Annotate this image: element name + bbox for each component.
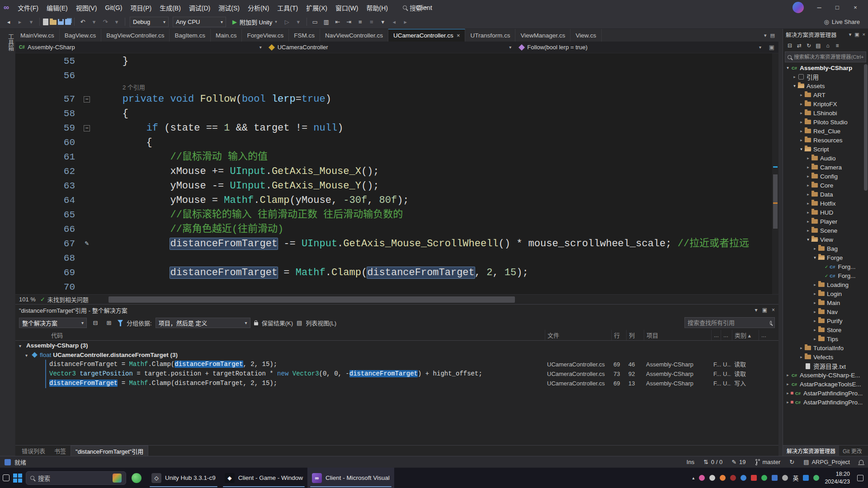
- tray-app-6[interactable]: [751, 475, 757, 481]
- chevron-collapsed-icon[interactable]: ▸: [805, 183, 811, 188]
- tray-app-3[interactable]: [720, 475, 726, 481]
- chevron-collapsed-icon[interactable]: ▸: [798, 111, 804, 115]
- chevron-collapsed-icon[interactable]: ▸: [812, 319, 818, 323]
- start-button[interactable]: [13, 474, 22, 483]
- tab-ViewManager.cs[interactable]: ViewManager.cs: [515, 29, 571, 42]
- chevron-collapsed-icon[interactable]: ▸: [805, 192, 811, 197]
- chevron-collapsed-icon[interactable]: ▸: [785, 391, 791, 395]
- home-icon[interactable]: ⌂: [824, 42, 832, 50]
- scrollbar-thumb[interactable]: [108, 296, 515, 303]
- nav-back-icon[interactable]: ◂: [4, 17, 14, 27]
- tab-options-icon[interactable]: ▤: [770, 33, 775, 38]
- tree-item-Purify[interactable]: ▸Purify: [783, 316, 868, 325]
- chevron-collapsed-icon[interactable]: ▸: [792, 75, 797, 79]
- column-header-列[interactable]: 列: [626, 330, 635, 340]
- chevron-collapsed-icon[interactable]: ▸: [805, 219, 811, 224]
- find-results-search-input[interactable]: [688, 319, 767, 326]
- next-bookmark-icon[interactable]: ▸: [401, 17, 410, 27]
- tree-item-Main[interactable]: ▸Main: [783, 298, 868, 307]
- column-header-...[interactable]: ...: [721, 330, 728, 340]
- status-item-pending-edits[interactable]: ✎19: [731, 459, 745, 465]
- code-line-70[interactable]: 70: [15, 280, 778, 294]
- close-icon[interactable]: ×: [772, 307, 775, 313]
- solution-explorer-search[interactable]: [785, 52, 866, 62]
- menu-item-测试(S)[interactable]: 测试(S): [214, 0, 244, 15]
- chevron-collapsed-icon[interactable]: ▸: [785, 400, 791, 404]
- breadcrumb-member-dropdown[interactable]: Follow(bool lerp = true) ▾: [515, 42, 765, 53]
- result-group-row[interactable]: ▾Assembly-CSharp (3): [15, 341, 778, 350]
- split-editor-icon[interactable]: ▣: [765, 42, 778, 53]
- menu-item-扩展(X)[interactable]: 扩展(X): [302, 0, 331, 15]
- expander-icon[interactable]: ▾: [25, 351, 28, 360]
- widgets-icon[interactable]: [3, 474, 9, 481]
- target-dropdown-icon[interactable]: ▾: [293, 17, 303, 27]
- editor-vertical-scrollbar[interactable]: [772, 53, 778, 294]
- window-layout-icon[interactable]: ▭: [310, 17, 320, 27]
- code-editor[interactable]: 55 }562 个引用57− private void Follow(bool …: [15, 53, 778, 304]
- chevron-expanded-icon[interactable]: ▾: [785, 66, 791, 70]
- minimize-button[interactable]: ─: [810, 0, 828, 15]
- taskbar-button-unity-editor[interactable]: ◆Client - Game - Window: [220, 468, 307, 488]
- code-line-61[interactable]: 61 //鼠标滑动 输入的值: [15, 150, 778, 164]
- tree-item-Scene[interactable]: ▸Scene: [783, 226, 868, 235]
- code-line-65[interactable]: 65 //鼠标滚轮的输入 往前滑动正数 往后滑动输负数的: [15, 208, 778, 222]
- chevron-collapsed-icon[interactable]: ▸: [812, 291, 818, 296]
- breadcrumb-project-dropdown[interactable]: C# Assembly-CSharp ▾: [15, 42, 265, 53]
- menu-item-Git(G)[interactable]: Git(G): [101, 0, 126, 15]
- save-all-icon[interactable]: [65, 19, 71, 25]
- tree-item-AstarPathfindingPro...[interactable]: ▸C#AstarPathfindingPro...: [783, 398, 868, 407]
- chevron-collapsed-icon[interactable]: ▸: [805, 210, 811, 215]
- tree-item-Resources[interactable]: ▸Resources: [783, 136, 868, 145]
- status-item-git-branch[interactable]: master: [755, 459, 781, 465]
- prev-bookmark-icon[interactable]: ◂: [389, 17, 399, 27]
- chevron-collapsed-icon[interactable]: ▸: [798, 93, 804, 97]
- new-file-icon[interactable]: [43, 19, 48, 25]
- tree-item-Assets[interactable]: ▾Assets: [783, 81, 868, 90]
- scrollbar-thumb[interactable]: [773, 174, 778, 229]
- zoom-level[interactable]: 101 %: [15, 296, 40, 303]
- tree-item-AstarPathfindingPro...[interactable]: ▸C#AstarPathfindingPro...: [783, 389, 868, 398]
- menu-item-生成(B)[interactable]: 生成(B): [156, 0, 185, 15]
- tree-item-Audio[interactable]: ▸Audio: [783, 154, 868, 163]
- uncomment-icon[interactable]: ≡: [367, 17, 377, 27]
- chevron-collapsed-icon[interactable]: ▸: [805, 201, 811, 206]
- menu-item-帮助(H)[interactable]: 帮助(H): [362, 0, 392, 15]
- result-row[interactable]: distanceFromTarget = Mathf.Clamp(distanc…: [15, 379, 778, 388]
- refresh-icon[interactable]: ↻: [805, 42, 813, 50]
- chevron-down-icon[interactable]: ▾: [755, 307, 758, 313]
- filter-icon[interactable]: [118, 320, 123, 326]
- tray-app-2[interactable]: [709, 475, 715, 481]
- keep-results-button[interactable]: 保留结果(K): [262, 319, 293, 327]
- close-icon[interactable]: ×: [457, 32, 460, 39]
- chevron-collapsed-icon[interactable]: ▸: [812, 282, 818, 287]
- code-line-62[interactable]: 62 xMouse += UInput.GetAxis_Mouse_X();: [15, 164, 778, 179]
- undo-icon[interactable]: ↶: [78, 17, 88, 27]
- user-avatar[interactable]: [793, 2, 804, 13]
- breadcrumb-type-dropdown[interactable]: UCameraController ▾: [265, 42, 515, 53]
- tab-BagItem.cs[interactable]: BagItem.cs: [170, 29, 211, 42]
- bottom-tab-书签[interactable]: 书签: [50, 446, 71, 456]
- tree-item-KriptoFX[interactable]: ▸KriptoFX: [783, 99, 868, 108]
- chevron-collapsed-icon[interactable]: ▸: [798, 102, 804, 106]
- fold-collapse-icon[interactable]: −: [84, 125, 90, 131]
- status-item-insert-mode[interactable]: Ins: [687, 459, 694, 465]
- taskbar-button-unity-hub[interactable]: ◇Unity Hub 3.3.1-c9: [147, 468, 220, 488]
- column-header-代码[interactable]: 代码: [49, 330, 63, 340]
- document-health-indicator[interactable]: ✓ 未找到相关问题: [40, 295, 95, 304]
- menu-item-窗口(W)[interactable]: 窗口(W): [331, 0, 363, 15]
- chevron-collapsed-icon[interactable]: ▸: [812, 337, 818, 341]
- tab-BagView.cs[interactable]: BagView.cs: [60, 29, 102, 42]
- chevron-collapsed-icon[interactable]: ▸: [798, 355, 804, 359]
- menu-item-调试(D)[interactable]: 调试(D): [185, 0, 214, 15]
- sidebar-tab-Git 更改[interactable]: Git 更改: [839, 446, 866, 456]
- taskbar-clock[interactable]: 18:20 2024/4/23: [825, 470, 850, 485]
- live-share-button[interactable]: ◎ Live Share: [824, 19, 860, 25]
- tree-item-资源目录.txt[interactable]: 资源目录.txt: [783, 361, 868, 371]
- chevron-collapsed-icon[interactable]: ▸: [812, 310, 818, 314]
- nav-forward-icon[interactable]: ▸: [15, 17, 25, 27]
- chevron-collapsed-icon[interactable]: ▸: [805, 174, 811, 178]
- tree-item-Vefects[interactable]: ▸Vefects: [783, 352, 868, 361]
- editor-horizontal-scrollbar[interactable]: [95, 295, 772, 304]
- chevron-collapsed-icon[interactable]: ▸: [798, 138, 804, 142]
- column-header-...[interactable]: ...: [759, 330, 766, 340]
